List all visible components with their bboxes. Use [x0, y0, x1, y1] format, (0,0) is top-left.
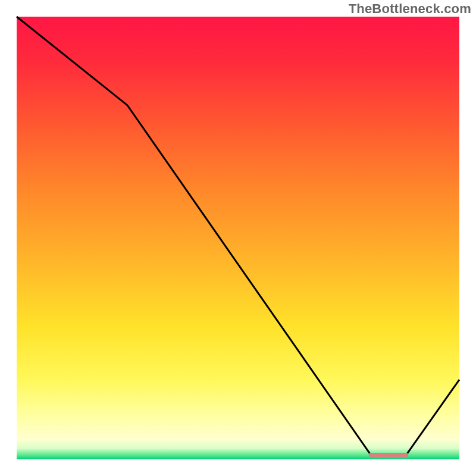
watermark-text: TheBottleneck.com [349, 1, 471, 17]
plot-background [17, 17, 459, 459]
bottleneck-chart [0, 0, 476, 476]
chart-container: TheBottleneck.com [0, 0, 476, 476]
